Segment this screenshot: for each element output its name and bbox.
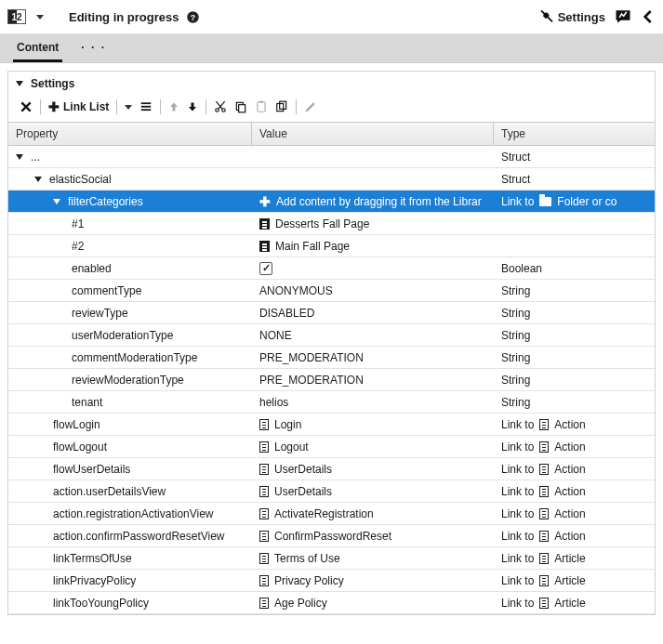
tab-content[interactable]: Content (13, 33, 62, 62)
col-value[interactable]: Value (252, 123, 494, 145)
plus-icon: ✚ (259, 195, 271, 208)
table-row[interactable]: flowLogoutLogoutLink to Action (8, 436, 655, 458)
page-title: Editing in progress (69, 10, 179, 24)
expand-tri-icon[interactable] (53, 199, 60, 204)
table-row[interactable]: reviewModerationTypePRE_MODERATIONString (8, 369, 655, 391)
document-icon (539, 575, 549, 586)
table-row[interactable]: #2Main Fall Page (8, 235, 655, 257)
struct-grid: Property Value Type ...StructelasticSoci… (8, 122, 655, 614)
document-icon (539, 419, 549, 430)
page-icon (259, 241, 270, 252)
table-row[interactable]: ...Struct (8, 146, 655, 168)
table-row[interactable]: filterCategories✚Add content by dragging… (8, 191, 655, 213)
document-icon (539, 531, 549, 542)
tools-icon (539, 9, 554, 24)
list-button[interactable] (139, 100, 152, 113)
table-row[interactable]: reviewTypeDISABLEDString (8, 302, 655, 324)
delete-button[interactable] (20, 100, 33, 113)
table-row[interactable]: linkTermsOfUseTerms of UseLink to Articl… (8, 547, 655, 570)
page-icon (259, 218, 270, 230)
collapse-icon[interactable] (641, 9, 656, 24)
tab-more[interactable]: · · · (81, 41, 106, 62)
add-link-list-button[interactable]: ✚ Link List (48, 100, 109, 113)
locale-badge[interactable]: 12 (7, 9, 26, 24)
table-row[interactable]: flowLoginLoginLink to Action (8, 414, 655, 436)
settings-panel: Settings ✚ Link List (7, 71, 656, 615)
svg-rect-10 (260, 101, 264, 103)
move-up-button[interactable] (168, 100, 179, 113)
document-icon (539, 464, 549, 475)
table-row[interactable]: enabledBoolean (8, 257, 655, 280)
expand-tri-icon[interactable] (16, 154, 23, 160)
settings-button[interactable]: Settings (539, 9, 605, 24)
col-property[interactable]: Property (8, 123, 252, 145)
table-row[interactable]: action.registrationActivationViewActivat… (8, 503, 655, 525)
svg-rect-8 (239, 105, 245, 112)
svg-rect-4 (141, 109, 152, 111)
table-row[interactable]: #1Desserts Fall Page (8, 213, 655, 235)
col-type[interactable]: Type (494, 123, 655, 145)
svg-text:?: ? (191, 12, 195, 21)
table-row[interactable]: commentTypeANONYMOUSString (8, 280, 655, 302)
document-icon (259, 486, 269, 497)
table-row[interactable]: flowUserDetailsUserDetailsLink to Action (8, 458, 655, 480)
panel-toolbar: ✚ Link List (8, 96, 655, 122)
document-icon (539, 553, 549, 564)
table-row[interactable]: userModerationTypeNONEString (8, 324, 655, 347)
paste-button[interactable] (255, 100, 268, 113)
duplicate-button[interactable] (275, 100, 288, 113)
panel-header[interactable]: Settings (8, 72, 655, 96)
svg-rect-3 (141, 106, 152, 108)
table-row[interactable]: elasticSocialStruct (8, 168, 655, 191)
document-icon (259, 598, 269, 609)
move-down-button[interactable] (187, 100, 198, 113)
svg-rect-2 (141, 102, 152, 104)
collapse-tri-icon (16, 81, 23, 86)
table-row[interactable]: tenantheliosString (8, 391, 655, 414)
locale-dropdown-icon[interactable] (32, 8, 48, 25)
document-icon (259, 575, 269, 586)
document-icon (539, 508, 549, 519)
table-row[interactable]: action.userDetailsViewUserDetailsLink to… (8, 480, 655, 503)
document-icon (259, 553, 269, 564)
feedback-icon[interactable] (615, 8, 631, 25)
document-icon (259, 441, 269, 453)
help-icon[interactable]: ? (184, 8, 201, 25)
svg-rect-12 (280, 101, 286, 109)
svg-rect-9 (258, 102, 265, 112)
table-row[interactable]: action.confirmPasswordResetViewConfirmPa… (8, 525, 655, 547)
plus-icon: ✚ (48, 100, 60, 113)
document-icon (259, 464, 269, 475)
table-row[interactable]: linkTooYoungPolicyAge PolicyLink to Arti… (8, 592, 655, 614)
document-icon (539, 598, 549, 609)
add-type-dropdown[interactable] (125, 105, 132, 110)
document-icon (259, 508, 269, 519)
folder-icon (539, 197, 551, 206)
table-row[interactable]: commentModerationTypePRE_MODERATIONStrin… (8, 347, 655, 369)
tab-strip: Content · · · (0, 33, 663, 63)
expand-tri-icon[interactable] (34, 177, 42, 182)
cut-button[interactable] (214, 100, 227, 113)
document-icon (539, 486, 549, 497)
document-icon (259, 419, 269, 430)
document-icon (259, 531, 269, 542)
document-icon (539, 441, 549, 453)
edit-button[interactable] (304, 100, 317, 113)
copy-button[interactable] (234, 100, 247, 113)
checkbox-checked-icon[interactable] (259, 262, 272, 275)
table-row[interactable]: linkPrivacyPolicyPrivacy PolicyLink to A… (8, 570, 655, 592)
top-bar: 12 Editing in progress ? Settings (0, 0, 663, 33)
grid-header: Property Value Type (8, 123, 655, 146)
